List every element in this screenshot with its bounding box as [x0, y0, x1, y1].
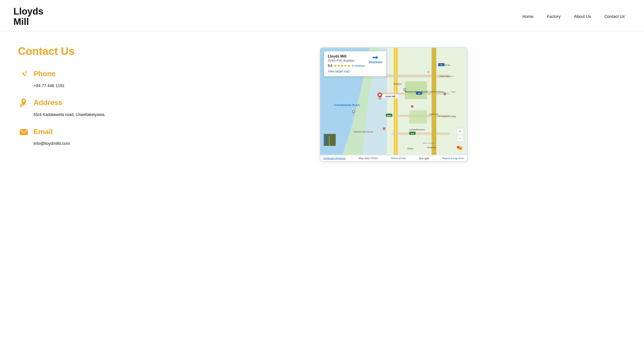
- svg-point-40: [378, 98, 382, 100]
- map-footer: Keyboard shortcuts Map data ©2023 Terms …: [320, 155, 467, 161]
- phone-value: +94 77 446 1191: [34, 82, 143, 89]
- email-icon: [18, 126, 30, 137]
- svg-text:Malima Club House: Malima Club House: [354, 131, 373, 133]
- email-label: Email: [34, 128, 52, 136]
- svg-text:Lym: Lym: [452, 91, 455, 93]
- nav-contact[interactable]: Contact Us`: [604, 14, 626, 19]
- address-section: Address 55/4 Kadalawela road, Uswetakeiy…: [18, 97, 143, 118]
- email-section: Email info@lloydmills.com: [18, 126, 143, 147]
- svg-rect-54: [329, 136, 330, 146]
- svg-text:A3: A3: [418, 92, 420, 95]
- map-keyboard-shortcuts[interactable]: Keyboard shortcuts: [324, 157, 346, 160]
- map-info-box: Lloyds Mill 3V46+F3F, Bopitiya 5.0 ★★★★★…: [324, 51, 386, 76]
- svg-marker-3: [373, 56, 378, 59]
- map-data: Map data ©2023: [358, 157, 378, 160]
- header: Lloyds Mill Home Factory About Us Contac…: [0, 0, 644, 32]
- nav-home[interactable]: Home: [522, 14, 534, 19]
- svg-text:(Bika Junction): (Bika Junction): [422, 142, 434, 144]
- nav-factory[interactable]: Factory: [547, 14, 560, 19]
- zoom-out-button[interactable]: −: [457, 135, 464, 142]
- svg-text:Bopitiya: Bopitiya: [394, 83, 402, 85]
- map-rating-score: 5.0: [328, 64, 332, 67]
- map-terms[interactable]: Terms of Use: [391, 157, 406, 160]
- map-thumbnail[interactable]: [324, 134, 336, 146]
- map-container: Lloyds Mill 3V46+F3F, Bopitiya 5.0 ★★★★★…: [320, 47, 468, 162]
- svg-point-44: [353, 111, 354, 112]
- svg-text:H: H: [384, 128, 384, 130]
- svg-text:Lloyds Mill: Lloyds Mill: [385, 95, 395, 98]
- svg-rect-13: [432, 48, 436, 155]
- svg-text:B596: B596: [387, 114, 391, 116]
- phone-icon: [18, 68, 30, 80]
- email-value: info@lloydmills.com: [34, 140, 143, 147]
- page-title: Contact Us: [18, 45, 143, 57]
- svg-text:De Mazenod Colleg: De Mazenod Colleg: [438, 115, 456, 117]
- map-stars: ★★★★★: [334, 64, 350, 68]
- main-content: Contact Us Phone +94 77 446 1191: [0, 32, 644, 342]
- map-business-name: Lloyds Mill: [328, 54, 364, 58]
- svg-text:Ja-Ela Railway: Ja-Ela Railway: [429, 90, 444, 93]
- address-header: Address: [18, 97, 143, 109]
- svg-text:Police Station J: Police Station J: [439, 75, 453, 77]
- map-view-larger-link[interactable]: View larger map: [328, 70, 350, 73]
- map-zoom-controls: + −: [457, 128, 464, 142]
- email-header: Email: [18, 126, 143, 137]
- svg-rect-11: [392, 133, 449, 135]
- svg-rect-53: [324, 134, 328, 146]
- address-icon: [18, 97, 30, 109]
- svg-point-1: [23, 100, 24, 102]
- svg-rect-7: [395, 48, 396, 155]
- map-reviews-link[interactable]: 4 reviews: [352, 64, 364, 67]
- map-rating-row: 5.0 ★★★★★ 4 reviews: [328, 64, 364, 68]
- svg-text:H: H: [411, 106, 412, 107]
- svg-text:A3: A3: [440, 64, 442, 66]
- phone-label: Phone: [34, 70, 56, 78]
- site-logo[interactable]: Lloyds Mill: [14, 6, 44, 27]
- svg-text:E03: E03: [411, 133, 414, 135]
- main-nav: Home Factory About Us Contact Us`: [522, 14, 626, 19]
- svg-text:Uswetakeiyawa: Uswetakeiyawa: [409, 128, 424, 131]
- directions-label[interactable]: Directions: [369, 61, 382, 64]
- svg-rect-2: [20, 129, 28, 135]
- svg-rect-15: [409, 110, 427, 124]
- phone-section: Phone +94 77 446 1191: [18, 68, 143, 89]
- svg-text:Kandana: Kandana: [429, 113, 438, 115]
- phone-header: Phone: [18, 68, 143, 80]
- svg-point-45: [404, 89, 405, 90]
- nav-about[interactable]: About Us: [574, 14, 591, 19]
- svg-point-41: [379, 94, 381, 96]
- svg-text:Ja: Ja: [427, 70, 430, 73]
- svg-text:Peralanda: Peralanda: [427, 146, 436, 148]
- map-address: 3V46+F3F, Bopitiya: [328, 59, 364, 62]
- map-panel: Lloyds Mill 3V46+F3F, Bopitiya 5.0 ★★★★★…: [156, 45, 630, 333]
- directions-icon: [372, 54, 378, 61]
- zoom-in-button[interactable]: +: [457, 128, 464, 135]
- google-logo: Google: [419, 157, 429, 160]
- svg-text:Thilakn: Thilakn: [407, 147, 414, 150]
- map-report-error[interactable]: Report a map error: [442, 157, 464, 160]
- address-label: Address: [34, 99, 62, 107]
- address-value: 55/4 Kadalawela road, Uswetakeiyawa.: [34, 111, 143, 118]
- svg-text:M: M: [460, 147, 461, 149]
- contact-info-panel: Contact Us Phone +94 77 446 1191: [18, 45, 143, 333]
- svg-text:Uswetakeiyawa Beach: Uswetakeiyawa Beach: [334, 103, 360, 106]
